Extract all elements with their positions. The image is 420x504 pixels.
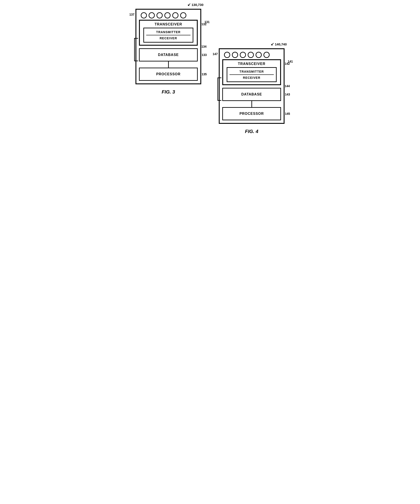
fig4-receiver-label: RECEIVER (229, 75, 274, 80)
fig4-antenna-4 (248, 52, 254, 58)
fig3-processor-block: 135 PROCESSOR (139, 68, 198, 81)
fig4-database-ref: 143 (285, 93, 290, 96)
fig3-transceiver-label: TRANSCEIVER (142, 22, 195, 26)
fig3-vert-connector (168, 61, 169, 68)
fig3-wrapper: ↙ 130,730 137 131 (135, 9, 201, 84)
fig4-antenna-6 (263, 52, 270, 58)
fig4-antenna-3 (240, 52, 246, 58)
fig4-vert-connector (251, 101, 252, 107)
fig4-antenna-5 (256, 52, 262, 58)
fig3-antenna-ref: 137 (129, 13, 134, 16)
fig3-transceiver-ref: 132 (201, 22, 206, 26)
fig4-inner-block: 144 TRANSMITTER RECEIVER (227, 67, 277, 82)
fig4-transceiver-label: TRANSCEIVER (225, 62, 278, 66)
fig4-processor-label: PROCESSOR (225, 112, 278, 116)
fig4-antenna-row (222, 52, 281, 59)
fig3-database-ref: 133 (202, 53, 207, 57)
fig4-main-ref: ↙ 140,740 (271, 42, 287, 47)
fig4-wrapper: ↙ 140,740 147 141 (219, 48, 285, 124)
fig4-transceiver-ref: 142 (285, 62, 290, 66)
fig3-inner-wrapper: 132 TRANSCEIVER 134 TRANSMITTER RECEIVER (139, 20, 198, 81)
fig4-caption: FIG. 4 (245, 129, 258, 134)
fig3-main-ref: ↙ 130,730 (187, 2, 204, 7)
fig4-device-outer: 141 (219, 48, 285, 124)
fig3-antenna-1 (141, 12, 147, 18)
fig3-left-bracket (134, 38, 138, 61)
fig3-processor-ref: 135 (202, 72, 207, 76)
fig3-antenna-5 (172, 12, 178, 18)
fig4-processor-block: 145 PROCESSOR (222, 107, 281, 120)
fig3-antenna-2 (149, 12, 155, 18)
fig3-inner-block: 134 TRANSMITTER RECEIVER (143, 28, 193, 42)
fig3-inner-ref: 134 (201, 45, 206, 48)
fig4-processor-ref: 145 (285, 112, 290, 115)
fig3-antenna-row (139, 12, 198, 20)
fig3-antenna-4 (164, 12, 170, 18)
fig3-transmitter-label: TRANSMITTER (146, 30, 191, 35)
figures-row: ↙ 130,730 137 131 (105, 9, 315, 134)
fig3-database-block: 133 DATABASE (139, 48, 198, 61)
fig4-left-bracket (217, 78, 222, 101)
figure-3-block: ↙ 130,730 137 131 (135, 9, 201, 95)
fig3-device-outer: 131 (135, 9, 201, 84)
fig4-inner-wrapper: 142 TRANSCEIVER 144 TRANSMITTER RECEIVER (222, 59, 281, 120)
figure-4-block: ↙ 140,740 147 141 (219, 48, 285, 134)
fig4-database-label: DATABASE (225, 92, 278, 96)
fig4-inner-ref: 144 (285, 84, 290, 88)
fig4-antenna-1 (224, 52, 230, 58)
fig3-antenna-6 (180, 12, 186, 18)
fig4-database-block: 143 DATABASE (222, 88, 281, 101)
fig3-database-label: DATABASE (142, 53, 195, 57)
fig3-transceiver-block: 132 TRANSCEIVER 134 TRANSMITTER RECEIVER (139, 20, 198, 46)
fig4-antenna-ref: 147 (213, 52, 218, 56)
fig3-antenna-3 (157, 12, 163, 18)
fig3-caption: FIG. 3 (162, 89, 175, 95)
fig4-transceiver-block: 142 TRANSCEIVER 144 TRANSMITTER RECEIVER (222, 59, 281, 85)
fig4-transmitter-label: TRANSMITTER (229, 69, 274, 74)
fig3-receiver-label: RECEIVER (146, 36, 191, 41)
fig4-antenna-2 (232, 52, 238, 58)
page: ↙ 130,730 137 131 (105, 9, 315, 134)
fig3-processor-label: PROCESSOR (142, 72, 195, 76)
